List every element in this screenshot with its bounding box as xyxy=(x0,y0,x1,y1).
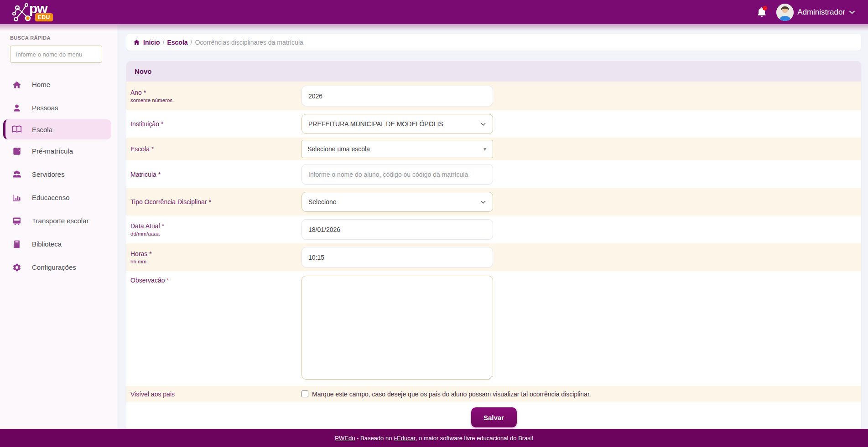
sidebar-item-educacenso[interactable]: Educacenso xyxy=(0,186,117,209)
chevron-down-icon xyxy=(480,199,486,205)
form-row-data-atual: Data Atual * dd/mm/aaaa xyxy=(126,216,861,243)
field-label: Ano * xyxy=(130,89,297,96)
sidebar-item-label: Home xyxy=(32,81,50,88)
matricula-input[interactable] xyxy=(301,164,493,185)
field-label: Instituição * xyxy=(130,120,297,128)
observacao-textarea[interactable] xyxy=(301,276,493,380)
form-row-matricula: Matricula * xyxy=(126,160,861,188)
quick-search-label: BUSCA RÁPIDA xyxy=(10,35,109,41)
user-menu[interactable]: Administrador xyxy=(776,4,855,21)
sidebar-item-home[interactable]: Home xyxy=(0,73,117,96)
footer-link-pwedu[interactable]: PWEdu xyxy=(335,435,355,442)
field-hint: somente números xyxy=(130,98,297,103)
open-book-icon xyxy=(12,124,22,134)
form-row-tipo-ocorrencia: Tipo Ocorrência Disciplinar * Selecione xyxy=(126,188,861,216)
field-label: Tipo Ocorrência Disciplinar * xyxy=(130,198,297,206)
sidebar-menu: Home Pessoas Escola Pré-matrícula xyxy=(0,73,117,279)
sidebar-item-biblioteca[interactable]: Biblioteca xyxy=(0,232,117,256)
chevron-down-icon xyxy=(849,9,855,15)
sidebar-item-label: Transporte escolar xyxy=(32,217,89,225)
field-hint: hh:mm xyxy=(130,259,297,264)
field-label: Observacão * xyxy=(130,277,297,284)
avatar-person-icon xyxy=(776,4,794,21)
field-label: Visível aos pais xyxy=(130,390,297,398)
visivel-aos-pais-checkbox[interactable] xyxy=(301,390,308,397)
sidebar-item-label: Escola xyxy=(32,126,52,134)
breadcrumb-link-inicio[interactable]: Início xyxy=(143,39,160,46)
field-label: Data Atual * xyxy=(130,222,297,230)
form-card: Novo Ano * somente números Instituição *… xyxy=(126,61,861,429)
user-name: Administrador xyxy=(797,8,845,17)
tipo-ocorrencia-select-value: Selecione xyxy=(308,198,337,206)
chevron-down-icon xyxy=(480,121,486,127)
notification-badge-dot xyxy=(763,6,767,10)
sidebar-item-label: Pré-matrícula xyxy=(32,147,73,155)
dropdown-arrow-icon: ▼ xyxy=(483,147,487,152)
home-icon xyxy=(12,80,22,90)
sidebar-item-label: Pessoas xyxy=(32,104,58,112)
field-label: Matricula * xyxy=(130,171,297,178)
app-header: pw EDU Administrador xyxy=(0,0,868,24)
share-icon xyxy=(12,146,22,156)
sidebar-item-pre-matricula[interactable]: Pré-matrícula xyxy=(0,139,117,163)
tipo-ocorrencia-select[interactable]: Selecione xyxy=(301,192,493,212)
instituicao-select[interactable]: PREFEITURA MUNICIPAL DE MODELÓPOLIS xyxy=(301,114,493,134)
ano-input[interactable] xyxy=(301,86,493,106)
notifications-button[interactable] xyxy=(756,7,767,18)
molecule-icon xyxy=(11,2,31,23)
form-actions: Salvar xyxy=(126,402,861,429)
sidebar-item-escola[interactable]: Escola xyxy=(3,119,111,139)
checkbox-description: Marque este campo, caso deseje que os pa… xyxy=(312,390,591,398)
footer-link-ieducar[interactable]: i-Educar xyxy=(394,435,416,442)
users-icon xyxy=(12,170,22,180)
form-row-observacao: Observacão * xyxy=(126,271,861,386)
sidebar-item-label: Biblioteca xyxy=(32,240,62,248)
menu-search-input[interactable] xyxy=(10,46,102,63)
breadcrumb-separator: / xyxy=(191,39,192,46)
sidebar-item-label: Servidores xyxy=(32,170,65,178)
breadcrumb-link-escola[interactable]: Escola xyxy=(167,39,187,46)
sidebar-item-servidores[interactable]: Servidores xyxy=(0,163,117,186)
footer-text: - Baseado no xyxy=(355,435,394,442)
breadcrumb-home-icon xyxy=(133,39,140,46)
form-row-horas: Horas * hh:mm xyxy=(126,243,861,271)
sidebar-item-label: Educacenso xyxy=(32,194,70,201)
gear-icon xyxy=(12,262,22,272)
form-row-ano: Ano * somente números xyxy=(126,82,861,110)
book-icon xyxy=(12,239,22,249)
save-button[interactable]: Salvar xyxy=(471,407,517,427)
form-row-escola: Escola * Selecione uma escola ▼ xyxy=(126,138,861,160)
sidebar-item-label: Configurações xyxy=(32,263,76,271)
breadcrumb: Início / Escola / Ocorrências disciplina… xyxy=(126,34,861,51)
escola-select-value: Selecione uma escola xyxy=(307,145,370,153)
bus-icon xyxy=(12,216,22,226)
avatar xyxy=(776,4,794,21)
logo-edu-badge: EDU xyxy=(35,13,53,21)
form-row-instituicao: Instituição * PREFEITURA MUNICIPAL DE MO… xyxy=(126,110,861,138)
breadcrumb-separator: / xyxy=(163,39,165,46)
form-row-visivel-aos-pais: Visível aos pais Marque este campo, caso… xyxy=(126,386,861,402)
sidebar-item-pessoas[interactable]: Pessoas xyxy=(0,96,117,119)
main-content: Início / Escola / Ocorrências disciplina… xyxy=(117,24,868,429)
sidebar: BUSCA RÁPIDA Home Pessoas Escola xyxy=(0,24,117,429)
person-icon xyxy=(12,103,22,113)
field-label: Escola * xyxy=(130,145,297,153)
bar-chart-icon xyxy=(12,193,22,203)
app-footer: PWEdu - Baseado no i-Educar, o maior sof… xyxy=(0,429,868,447)
data-atual-input[interactable] xyxy=(301,219,493,240)
logo-mark: pw EDU xyxy=(11,2,55,23)
instituicao-select-value: PREFEITURA MUNICIPAL DE MODELÓPOLIS xyxy=(308,120,443,128)
form-section-title: Novo xyxy=(126,61,861,82)
breadcrumb-current: Ocorrências disciplinares da matrícula xyxy=(195,39,303,46)
field-label: Horas * xyxy=(130,250,297,257)
sidebar-item-configuracoes[interactable]: Configurações xyxy=(0,256,117,279)
escola-select[interactable]: Selecione uma escola ▼ xyxy=(301,140,493,158)
app-logo[interactable]: pw EDU xyxy=(11,0,55,24)
sidebar-item-transporte[interactable]: Transporte escolar xyxy=(0,209,117,232)
field-hint: dd/mm/aaaa xyxy=(130,231,297,236)
footer-text: , o maior software livre educacional do … xyxy=(416,435,533,442)
horas-input[interactable] xyxy=(301,247,493,267)
